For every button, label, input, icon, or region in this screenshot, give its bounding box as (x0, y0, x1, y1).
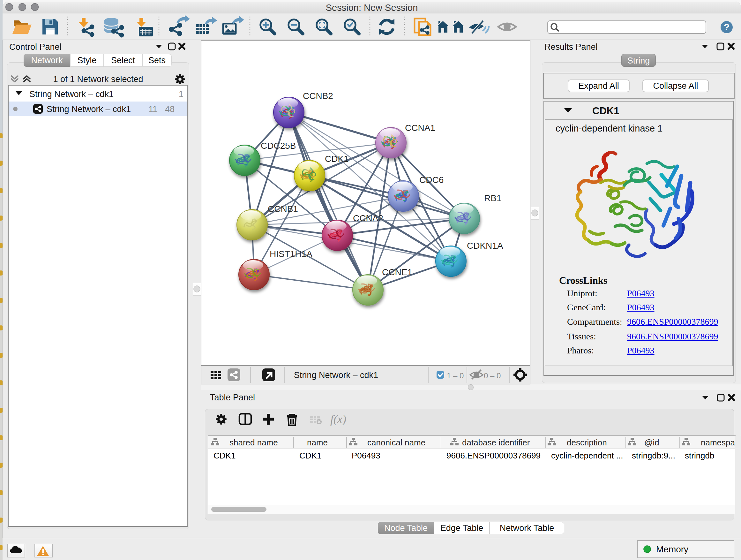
svg-text:CCNA2: CCNA2 (353, 213, 383, 223)
svg-text:RB1: RB1 (484, 193, 501, 203)
svg-text:CCNA1: CCNA1 (405, 123, 435, 133)
svg-text:CDKN1A: CDKN1A (467, 241, 503, 251)
svg-text:CCNE1: CCNE1 (382, 267, 412, 277)
svg-text:HIST1H1A: HIST1H1A (270, 249, 313, 259)
svg-text:CDC25B: CDC25B (261, 141, 296, 151)
svg-text:CCNB1: CCNB1 (268, 204, 298, 214)
svg-text:CDC6: CDC6 (419, 175, 444, 185)
svg-text:CDK1: CDK1 (325, 154, 349, 164)
svg-text:CCNB2: CCNB2 (303, 91, 333, 101)
